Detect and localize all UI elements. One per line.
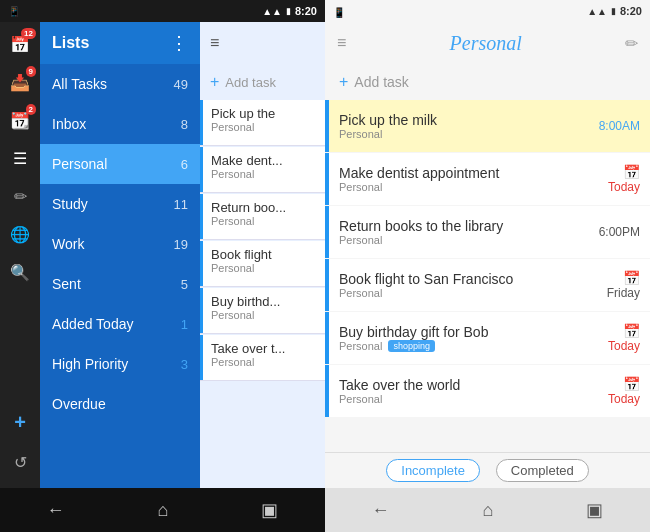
preview-task-item[interactable]: Make dent... Personal	[200, 147, 325, 193]
preview-header: ≡	[200, 22, 325, 64]
sidebar-icon-search[interactable]: 🔍	[2, 254, 38, 290]
preview-task-item[interactable]: Pick up the Personal	[200, 100, 325, 146]
list-icon: ☰	[13, 149, 27, 168]
list-item-inbox[interactable]: Inbox 8	[40, 104, 200, 144]
list-item-added-today[interactable]: Added Today 1	[40, 304, 200, 344]
preview-task-list: Pick up the Personal Make dent... Person…	[200, 100, 325, 488]
list-item-work[interactable]: Work 19	[40, 224, 200, 264]
right-add-task-bar[interactable]: + Add task	[325, 64, 650, 100]
task-body: Buy birthday gift for Bob Personal shopp…	[329, 312, 590, 364]
right-edit-icon[interactable]: ✏	[625, 34, 638, 53]
task-body: Book flight to San Francisco Personal	[329, 259, 590, 311]
right-notification-icon: 📱	[333, 7, 345, 18]
calendar2-badge: 2	[26, 104, 36, 115]
preview-task-item[interactable]: Return boo... Personal	[200, 194, 325, 240]
left-notification-icon: 📱	[8, 6, 20, 17]
list-item-all-tasks[interactable]: All Tasks 49	[40, 64, 200, 104]
sidebar-icon-calendar[interactable]: 📅 12	[2, 26, 38, 62]
left-main-content: 📅 12 📥 9 📆 2 ☰ ✏ 🌐 🔍	[0, 22, 325, 488]
sidebar-icon-globe[interactable]: 🌐	[2, 216, 38, 252]
task-meta: 📅 Today	[590, 153, 650, 205]
preview-task-item[interactable]: Book flight Personal	[200, 241, 325, 287]
right-wifi-icon: ▲▲	[587, 6, 607, 17]
list-item-overdue[interactable]: Overdue	[40, 384, 200, 424]
task-time: Today	[608, 339, 640, 353]
left-status-left: 📱	[8, 6, 20, 17]
tab-completed[interactable]: Completed	[496, 459, 589, 482]
task-meta: 📅 Today	[590, 312, 650, 364]
sidebar-icon-calendar2[interactable]: 📆 2	[2, 102, 38, 138]
right-recent-button[interactable]: ▣	[570, 491, 619, 529]
task-tag-badge: shopping	[388, 340, 435, 352]
lists-title: Lists	[52, 34, 89, 52]
task-time: Today	[608, 180, 640, 194]
left-back-button[interactable]: ←	[31, 492, 81, 529]
task-meta: 8:00AM	[589, 100, 650, 152]
left-phone: 📱 ▲▲ ▮ 8:20 📅 12 📥 9 📆 2 ☰	[0, 0, 325, 532]
preview-add-task-plus-icon: +	[210, 73, 219, 91]
left-status-bar: 📱 ▲▲ ▮ 8:20	[0, 0, 325, 22]
list-item-high-priority[interactable]: High Priority 3	[40, 344, 200, 384]
right-add-task-plus-icon: +	[339, 73, 348, 91]
lists-panel: Lists ⋮ All Tasks 49 Inbox 8 Personal 6 …	[40, 22, 200, 488]
sidebar-icon-rail: 📅 12 📥 9 📆 2 ☰ ✏ 🌐 🔍	[0, 22, 40, 488]
sidebar-icon-inbox[interactable]: 📥 9	[2, 64, 38, 100]
preview-task-item[interactable]: Buy birthd... Personal	[200, 288, 325, 334]
preview-hamburger-icon[interactable]: ≡	[210, 34, 219, 52]
sidebar-icon-refresh[interactable]: ↺	[2, 444, 38, 480]
preview-task-content: Take over t... Personal	[203, 335, 325, 380]
task-item-return-books[interactable]: Return books to the library Personal 6:0…	[325, 206, 650, 258]
preview-task-content: Pick up the Personal	[203, 100, 325, 145]
sidebar-bottom-actions: + ↺	[2, 404, 38, 488]
list-item-study[interactable]: Study 11	[40, 184, 200, 224]
add-icon: +	[14, 411, 26, 434]
preview-panel: ≡ + Add task Pick up the Personal Make	[200, 22, 325, 488]
sidebar-icon-list[interactable]: ☰	[2, 140, 38, 176]
task-item-buy-birthday[interactable]: Buy birthday gift for Bob Personal shopp…	[325, 312, 650, 364]
right-back-button[interactable]: ←	[356, 492, 406, 529]
right-status-left: 📱	[333, 2, 345, 20]
lists-header: Lists ⋮	[40, 22, 200, 64]
preview-task-content: Make dent... Personal	[203, 147, 325, 192]
sidebar-icon-add[interactable]: +	[2, 404, 38, 440]
task-item-book-flight[interactable]: Book flight to San Francisco Personal 📅 …	[325, 259, 650, 311]
task-calendar-icon: 📅	[623, 323, 640, 339]
preview-add-task-bar[interactable]: + Add task	[200, 64, 325, 100]
list-item-sent[interactable]: Sent 5	[40, 264, 200, 304]
preview-task-item[interactable]: Take over t... Personal	[200, 335, 325, 381]
right-status-right: ▲▲ ▮ 8:20	[587, 5, 642, 17]
right-home-button[interactable]: ⌂	[467, 492, 510, 529]
task-calendar-icon: 📅	[623, 270, 640, 286]
right-bottom-nav: ← ⌂ ▣	[325, 488, 650, 532]
task-time: Today	[608, 392, 640, 406]
task-body: Pick up the milk Personal	[329, 100, 589, 152]
right-phone: 📱 ▲▲ ▮ 8:20 ≡ Personal ✏ + Add task Pick…	[325, 0, 650, 532]
right-bottom-tabs: Incomplete Completed	[325, 452, 650, 488]
right-signal-icon: ▮	[611, 6, 616, 16]
right-hamburger-icon[interactable]: ≡	[337, 34, 346, 52]
sidebar-icon-pencil[interactable]: ✏	[2, 178, 38, 214]
calendar-badge: 12	[21, 28, 36, 39]
task-item-dentist[interactable]: Make dentist appointment Personal 📅 Toda…	[325, 153, 650, 205]
left-signal-icon: ▮	[286, 6, 291, 16]
lists-menu-icon[interactable]: ⋮	[170, 32, 188, 54]
task-item-take-over-world[interactable]: Take over the world Personal 📅 Today	[325, 365, 650, 417]
tab-incomplete[interactable]: Incomplete	[386, 459, 480, 482]
task-meta: 📅 Today	[590, 365, 650, 417]
task-meta: 📅 Friday	[590, 259, 650, 311]
task-time: 6:00PM	[599, 225, 640, 239]
left-bottom-nav: ← ⌂ ▣	[0, 488, 325, 532]
task-time: 8:00AM	[599, 119, 640, 133]
right-time: 8:20	[620, 5, 642, 17]
left-recent-button[interactable]: ▣	[245, 491, 294, 529]
task-body: Take over the world Personal	[329, 365, 590, 417]
right-status-bar: 📱 ▲▲ ▮ 8:20	[325, 0, 650, 22]
right-page-title: Personal	[346, 32, 625, 55]
task-calendar-icon: 📅	[623, 164, 640, 180]
list-item-personal[interactable]: Personal 6	[40, 144, 200, 184]
left-home-button[interactable]: ⌂	[142, 492, 185, 529]
right-add-task-label: Add task	[354, 74, 408, 90]
task-item-pick-up-milk[interactable]: Pick up the milk Personal 8:00AM	[325, 100, 650, 152]
preview-task-content: Return boo... Personal	[203, 194, 325, 239]
task-subtitle-buy-birthday: Personal shopping	[339, 340, 580, 352]
